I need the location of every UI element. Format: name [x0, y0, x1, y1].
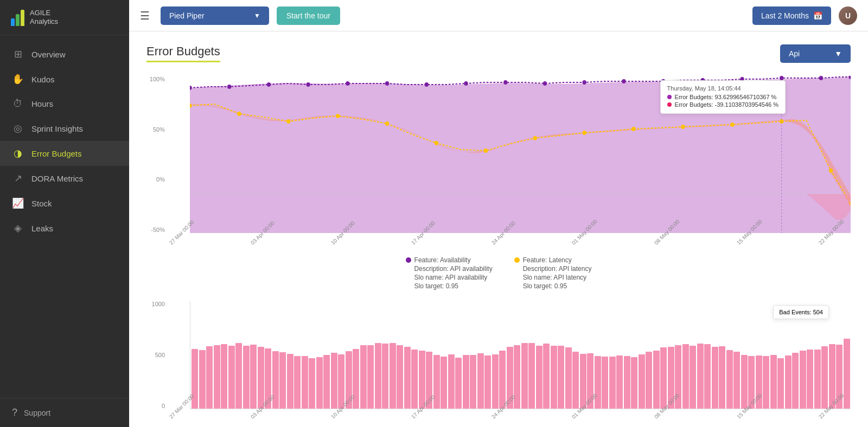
svg-point-4 — [307, 82, 310, 87]
bar-item — [844, 339, 850, 409]
bad-events-chart: 1000 500 0 Bad Events: 504 27 Mar 00:00 … — [146, 301, 851, 422]
bar-item — [258, 347, 264, 409]
calendar-icon: 📅 — [813, 11, 822, 20]
sidebar-label-error-budgets: Error Budgets — [31, 149, 82, 158]
bar-item — [250, 345, 257, 409]
header: ☰ Pied Piper ▼ Start the tour Last 2 Mon… — [129, 0, 868, 31]
tooltip-dot-1 — [667, 95, 672, 99]
chart1-legend: Feature: Availability Description: API a… — [146, 256, 851, 290]
legend-dot-availability — [406, 257, 411, 263]
svg-point-17 — [819, 76, 823, 80]
svg-point-8 — [464, 81, 468, 86]
bar-item — [382, 344, 388, 409]
bar-item — [551, 346, 557, 409]
bar-item — [199, 350, 206, 409]
legend-item-latency: Feature: Latency Description: API latenc… — [514, 256, 592, 290]
bar-item — [741, 355, 748, 409]
avatar[interactable]: U — [839, 7, 857, 25]
bar-chart-bars — [190, 301, 851, 409]
date-range-button[interactable]: Last 2 Months 📅 — [752, 7, 831, 25]
legend-dot-latency — [514, 257, 520, 263]
y-label-neg50: -50% — [151, 227, 165, 233]
logo-bar-2 — [16, 14, 20, 26]
svg-point-23 — [385, 121, 389, 126]
bar-item — [397, 345, 403, 409]
bar-item — [477, 353, 484, 409]
svg-point-28 — [631, 127, 635, 131]
bar-item — [323, 355, 330, 409]
bar-item — [470, 355, 476, 409]
sidebar-item-leaks[interactable]: ◈ Leaks — [0, 216, 129, 241]
bar-item — [616, 355, 623, 409]
bar-item — [528, 343, 535, 409]
bar-item — [682, 344, 689, 409]
grid-icon: ⊞ — [12, 48, 24, 60]
sidebar-item-dora-metrics[interactable]: ↗ DORA Metrics — [0, 166, 129, 191]
bar-item — [455, 358, 462, 409]
bar-item — [777, 358, 784, 409]
tooltip-row-1: Error Budgets: 93.62996546710367 % — [667, 94, 778, 100]
bar-item — [463, 355, 469, 409]
main-content: ☰ Pied Piper ▼ Start the tour Last 2 Mon… — [129, 0, 868, 427]
bar-item — [536, 346, 542, 409]
sidebar-item-kudos[interactable]: ✋ Kudos — [0, 67, 129, 92]
bar-item — [206, 346, 213, 409]
bar-item — [331, 353, 337, 409]
sidebar-item-overview[interactable]: ⊞ Overview — [0, 42, 129, 67]
svg-point-10 — [543, 81, 547, 86]
sidebar-item-stock[interactable]: 📈 Stock — [0, 191, 129, 216]
support-link[interactable]: ? Support — [0, 398, 129, 427]
bar-item — [792, 353, 799, 409]
sidebar-item-sprint-insights[interactable]: ◎ Sprint Insights — [0, 116, 129, 141]
bar-item — [441, 357, 447, 409]
y2-label-1000: 1000 — [152, 301, 165, 307]
bar-item — [367, 345, 374, 409]
stock-icon: 📈 — [12, 197, 24, 209]
bar-item — [433, 355, 440, 409]
bar-item — [543, 344, 550, 409]
svg-point-3 — [267, 82, 271, 87]
bar-item — [785, 355, 792, 409]
tour-button[interactable]: Start the tour — [277, 7, 340, 25]
api-dropdown[interactable]: Api ▼ — [780, 44, 851, 63]
logo-bar-1 — [11, 18, 15, 26]
svg-point-22 — [336, 114, 340, 118]
bad-events-tooltip: Bad Events: 504 — [773, 305, 829, 319]
date-range-label: Last 2 Months — [761, 11, 809, 20]
bar-item — [602, 357, 608, 409]
logo-text: AGILE Analytics — [30, 9, 58, 25]
sidebar: AGILE Analytics ⊞ Overview ✋ Kudos ⏱ Hou… — [0, 0, 129, 427]
page-content: Error Budgets Api ▼ 100% 50% 0% -50% — [129, 31, 868, 427]
bar-item — [558, 346, 564, 409]
nav-items: ⊞ Overview ✋ Kudos ⏱ Hours ◎ Sprint Insi… — [0, 35, 129, 398]
org-dropdown[interactable]: Pied Piper ▼ — [161, 7, 269, 25]
bar-item — [499, 351, 506, 409]
y2-label-500: 500 — [155, 352, 165, 358]
svg-point-5 — [346, 81, 349, 86]
bar-item — [770, 355, 777, 409]
logo-bar-3 — [21, 10, 24, 26]
sidebar-label-hours: Hours — [31, 99, 53, 108]
sidebar-label-dora: DORA Metrics — [31, 174, 83, 183]
api-dropdown-value: Api — [789, 49, 800, 58]
tooltip-row-2: Error Budgets: -39.11038703954546 % — [667, 101, 778, 108]
bar-item — [243, 346, 250, 409]
bar-item — [646, 352, 652, 409]
hours-icon: ⏱ — [12, 98, 24, 109]
api-dropdown-arrow: ▼ — [834, 49, 842, 58]
svg-point-7 — [425, 82, 429, 87]
logo-icon — [11, 9, 24, 26]
sidebar-item-error-budgets[interactable]: ◑ Error Budgets — [0, 141, 129, 166]
bar-item — [390, 343, 396, 409]
bar-item — [235, 343, 242, 409]
sidebar-item-hours[interactable]: ⏱ Hours — [0, 92, 129, 116]
tooltip-dot-2 — [667, 102, 672, 107]
bar-item — [631, 357, 637, 409]
sidebar-label-kudos: Kudos — [31, 75, 55, 84]
hamburger-icon[interactable]: ☰ — [140, 9, 150, 22]
bar-item — [279, 352, 286, 409]
bar-item — [338, 354, 344, 409]
tooltip-line-1: Error Budgets: 93.62996546710367 % — [675, 94, 777, 100]
sidebar-label-stock: Stock — [31, 199, 52, 208]
bar-item — [492, 354, 499, 409]
